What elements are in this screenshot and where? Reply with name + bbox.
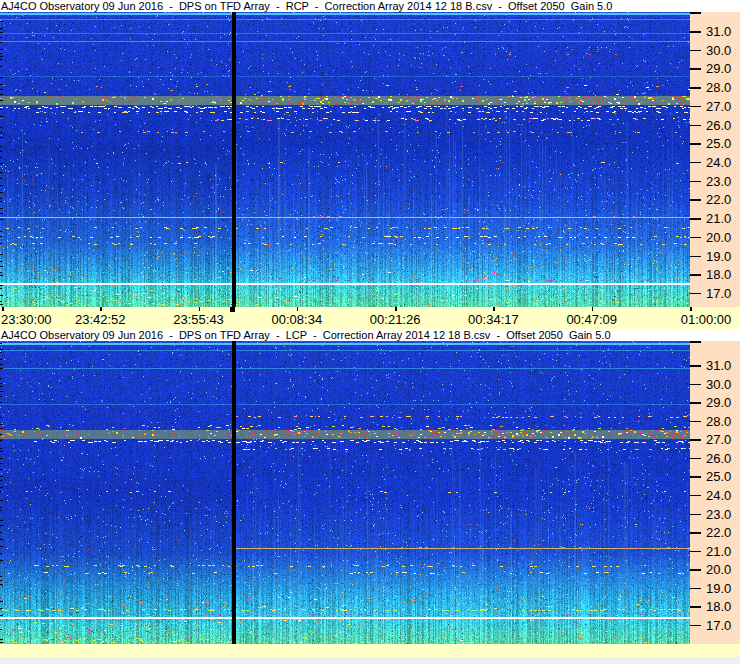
time-tick [493, 307, 495, 311]
time-axis: 23:30:0023:42:5223:55:4300:08:3400:21:26… [0, 307, 740, 329]
freq-label: 24.0 [706, 155, 740, 169]
freq-label: 24.0 [706, 488, 740, 502]
time-tick [297, 307, 299, 311]
freq-tick [690, 143, 701, 145]
freq-tick [690, 625, 701, 627]
freq-label: 29.0 [706, 395, 740, 409]
freq-tick [690, 569, 701, 571]
freq-label: 17.0 [706, 618, 740, 632]
freq-tick [690, 365, 701, 367]
time-tick [2, 307, 4, 311]
time-tick [690, 307, 692, 311]
freq-label: 21.0 [706, 211, 740, 225]
freq-tick [690, 87, 701, 89]
time-label: 23:55:43 [164, 312, 234, 327]
time-label: 00:47:09 [557, 312, 627, 327]
freq-label: 28.0 [706, 80, 740, 94]
time-tick [100, 307, 102, 311]
freq-tick [690, 181, 701, 183]
freq-tick [690, 274, 701, 276]
freq-label: 27.0 [706, 99, 740, 113]
spectrogram-lcp[interactable] [0, 341, 690, 644]
freq-label: 22.0 [706, 525, 740, 539]
freq-tick [690, 218, 701, 220]
freq-tick [690, 162, 701, 164]
freq-tick [690, 476, 701, 478]
freq-label: 20.0 [706, 562, 740, 576]
freq-tick [690, 495, 701, 497]
freq-tick [690, 458, 701, 460]
freq-label: 30.0 [706, 377, 740, 391]
freq-tick [690, 237, 701, 239]
time-label: 01:00:00 [671, 312, 740, 327]
freq-label: 31.0 [706, 358, 740, 372]
freq-label: 26.0 [706, 451, 740, 465]
freq-label: 28.0 [706, 414, 740, 428]
freq-tick [690, 532, 701, 534]
freq-label: 23.0 [706, 174, 740, 188]
freq-tick [690, 256, 701, 258]
time-tick [199, 307, 201, 311]
freq-tick [690, 514, 701, 516]
freq-tick [690, 31, 701, 33]
time-tick [395, 307, 397, 311]
time-tick [592, 307, 594, 311]
freq-label: 19.0 [706, 581, 740, 595]
freq-label: 23.0 [706, 507, 740, 521]
freq-tick [690, 50, 701, 52]
time-label: 00:08:34 [262, 312, 332, 327]
time-label: 00:21:26 [360, 312, 430, 327]
time-axis-lcp-empty [0, 644, 740, 657]
freq-tick [690, 12, 701, 14]
freq-tick [690, 439, 701, 441]
freq-label: 31.0 [706, 24, 740, 38]
freq-tick [690, 606, 701, 608]
frequency-axis-lcp: 31.030.029.028.027.026.025.024.023.022.0… [690, 341, 740, 644]
time-label: 23:42:52 [65, 312, 135, 327]
freq-label: 30.0 [706, 43, 740, 57]
freq-label: 22.0 [706, 192, 740, 206]
freq-label: 19.0 [706, 249, 740, 263]
freq-label: 27.0 [706, 432, 740, 446]
freq-tick [690, 421, 701, 423]
freq-tick [690, 199, 701, 201]
freq-tick [690, 551, 701, 553]
spectrogram-title-rcp: AJ4CO Observatory 09 Jun 2016 - DPS on T… [0, 0, 740, 12]
freq-tick [690, 68, 701, 70]
time-label: 00:34:17 [458, 312, 528, 327]
freq-label: 25.0 [706, 469, 740, 483]
freq-label: 25.0 [706, 136, 740, 150]
freq-label: 26.0 [706, 118, 740, 132]
freq-tick [690, 402, 701, 404]
frequency-axis-rcp: 31.030.029.028.027.026.025.024.023.022.0… [690, 12, 740, 307]
freq-tick [690, 293, 701, 295]
freq-tick [690, 588, 701, 590]
freq-tick [690, 384, 701, 386]
freq-label: 18.0 [706, 267, 740, 281]
freq-tick [690, 106, 701, 108]
spectrogram-title-lcp: AJ4CO Observatory 09 Jun 2016 - DPS on T… [0, 329, 740, 341]
spectrogram-rcp[interactable] [0, 12, 690, 307]
radio-sky-spectrograph-window: AJ4CO Observatory 09 Jun 2016 - DPS on T… [0, 0, 740, 664]
midnight-marker-tick [230, 307, 235, 312]
freq-label: 17.0 [706, 286, 740, 300]
freq-tick [690, 341, 701, 343]
freq-tick [690, 125, 701, 127]
freq-label: 29.0 [706, 61, 740, 75]
freq-label: 18.0 [706, 599, 740, 613]
freq-label: 20.0 [706, 230, 740, 244]
freq-label: 21.0 [706, 544, 740, 558]
time-label: 23:30:00 [1, 312, 71, 327]
